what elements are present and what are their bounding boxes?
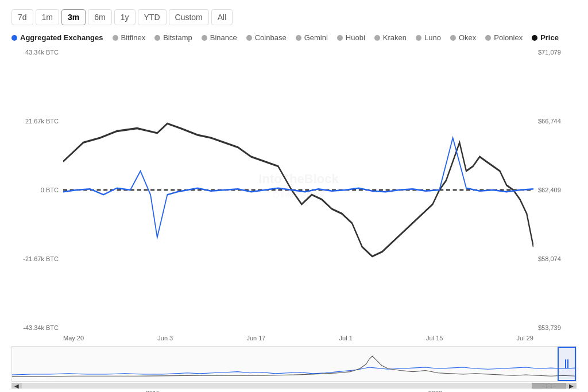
legend-dot xyxy=(416,35,421,41)
time-btn-6m[interactable]: 6m xyxy=(88,9,111,25)
time-btn-custom[interactable]: Custom xyxy=(169,9,209,25)
main-container: 7d1m3m6m1yYTDCustomAll Aggregated Exchan… xyxy=(0,0,588,392)
time-btn-1m[interactable]: 1m xyxy=(36,9,59,25)
scroll-right-arrow[interactable]: ▶ xyxy=(566,383,577,389)
mini-chart-svg xyxy=(12,347,576,381)
time-btn-ytd[interactable]: YTD xyxy=(138,9,167,25)
time-btn-1y[interactable]: 1y xyxy=(114,9,136,25)
legend-item-bitstamp[interactable]: Bitstamp xyxy=(154,33,192,42)
x-axis-label: May 20 xyxy=(63,335,84,341)
x-axis-label: Jul 15 xyxy=(426,335,443,341)
legend-label: Aggregated Exchanges xyxy=(20,33,103,42)
y-axis-right-label: $58,074 xyxy=(538,255,577,262)
legend-dot xyxy=(11,35,17,41)
main-chart-svg-element xyxy=(63,48,533,332)
legend-dot xyxy=(202,35,207,41)
legend-item-gemini[interactable]: Gemini xyxy=(296,33,328,42)
legend-label: Bitfinex xyxy=(121,33,146,42)
legend-dot xyxy=(113,35,118,41)
legend-dot xyxy=(532,35,537,41)
mini-chart-inner xyxy=(11,346,577,382)
mini-x-labels: 20152020 xyxy=(11,390,577,392)
legend-dot xyxy=(450,35,456,41)
legend-label: Price xyxy=(540,33,559,42)
legend-item-kraken[interactable]: Kraken xyxy=(374,33,407,42)
legend-item-luno[interactable]: Luno xyxy=(416,33,441,42)
legend-label: Huobi xyxy=(346,33,365,42)
legend-item-okex[interactable]: Okex xyxy=(450,33,476,42)
legend-label: Gemini xyxy=(304,33,328,42)
mini-chart-wrapper: ◀ ⋮⋮ ▶ 20152020 xyxy=(11,346,577,386)
y-axis-left-label: -21.67k BTC xyxy=(11,255,59,262)
legend-dot xyxy=(296,35,301,41)
legend-label: Okex xyxy=(459,33,476,42)
legend-item-bitfinex[interactable]: Bitfinex xyxy=(113,33,146,42)
legend-dot xyxy=(374,35,380,41)
y-axis-right-label: $66,744 xyxy=(538,118,577,125)
time-btn-7d[interactable]: 7d xyxy=(11,9,33,25)
x-axis-label: Jul 1 xyxy=(339,335,353,341)
main-chart-wrapper: 43.34k BTC21.67k BTC0 BTC-21.67k BTC-43.… xyxy=(11,48,577,332)
x-axis-label: Jun 3 xyxy=(157,335,173,341)
x-axis-label: Jun 17 xyxy=(246,335,265,341)
y-axis-right: $71,079$66,744$62,409$58,074$53,739 xyxy=(533,48,577,332)
legend-item-poloniex[interactable]: Poloniex xyxy=(485,33,523,42)
scroll-left-arrow[interactable]: ◀ xyxy=(11,383,22,389)
y-axis-left-label: 43.34k BTC xyxy=(11,49,59,56)
scroll-track: ⋮⋮ xyxy=(22,383,566,389)
legend-label: Poloniex xyxy=(494,33,523,42)
chart-area: 43.34k BTC21.67k BTC0 BTC-21.67k BTC-43.… xyxy=(11,48,577,386)
y-axis-left-label: 0 BTC xyxy=(11,187,59,193)
chart-legend: Aggregated ExchangesBitfinexBitstampBina… xyxy=(11,33,577,42)
legend-dot xyxy=(246,35,252,41)
legend-label: Luno xyxy=(424,33,441,42)
y-axis-right-label: $53,739 xyxy=(538,324,577,331)
y-axis-right-label: $71,079 xyxy=(538,49,577,56)
legend-item-aggregated-exchanges[interactable]: Aggregated Exchanges xyxy=(11,33,103,42)
legend-label: Kraken xyxy=(383,33,407,42)
x-axis-label: Jul 29 xyxy=(517,335,533,341)
legend-label: Coinbase xyxy=(255,33,287,42)
mini-x-label: 2015 xyxy=(146,390,160,392)
legend-item-huobi[interactable]: Huobi xyxy=(337,33,365,42)
legend-label: Bitstamp xyxy=(163,33,192,42)
legend-item-binance[interactable]: Binance xyxy=(202,33,237,42)
main-chart-svg: IntoTheBlock ⬡ IntoTheBlock xyxy=(63,48,533,332)
x-axis: May 20Jun 3Jun 17Jul 1Jul 15Jul 29 xyxy=(63,335,533,341)
legend-dot xyxy=(485,35,491,41)
legend-item-coinbase[interactable]: Coinbase xyxy=(246,33,287,42)
legend-dot xyxy=(154,35,160,41)
time-range-bar: 7d1m3m6m1yYTDCustomAll xyxy=(11,9,577,25)
time-btn-3m[interactable]: 3m xyxy=(61,9,86,25)
mini-x-label: 2020 xyxy=(428,390,442,392)
time-btn-all[interactable]: All xyxy=(211,9,233,25)
scroll-thumb[interactable]: ⋮⋮ xyxy=(532,383,566,389)
y-axis-right-label: $62,409 xyxy=(538,187,577,193)
legend-label: Binance xyxy=(210,33,237,42)
legend-item-price[interactable]: Price xyxy=(532,33,559,42)
mini-scrollbar: ◀ ⋮⋮ ▶ xyxy=(11,383,577,389)
y-axis-left: 43.34k BTC21.67k BTC0 BTC-21.67k BTC-43.… xyxy=(11,48,63,332)
legend-dot xyxy=(337,35,343,41)
y-axis-left-label: -43.34k BTC xyxy=(11,324,59,331)
y-axis-left-label: 21.67k BTC xyxy=(11,118,59,125)
mini-chart-scroll-handle[interactable] xyxy=(558,347,576,381)
